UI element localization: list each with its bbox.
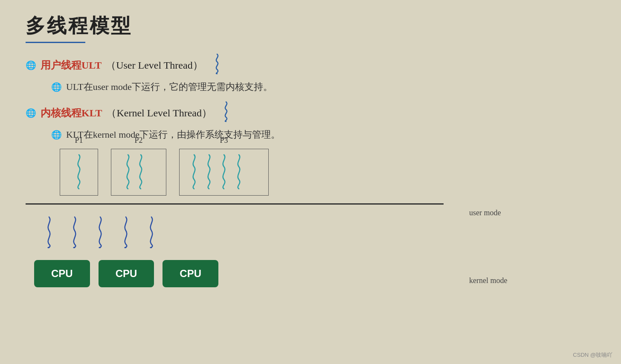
p3-box xyxy=(179,149,269,196)
mode-divider xyxy=(26,203,444,205)
kernel-squiggles xyxy=(38,215,444,249)
process-p2: P2 xyxy=(111,149,166,196)
cpu-row: CPU CPU CPU xyxy=(34,260,444,287)
klt-black-label: （Kernel Level Thread） xyxy=(106,106,212,120)
globe-icon-klt-desc: 🌐 xyxy=(51,130,62,140)
bullet-ult-desc: 🌐 ULT在user mode下运行，它的管理无需内核支持。 xyxy=(51,81,595,93)
klt-red-label: 内核线程KLT xyxy=(41,106,102,120)
bullet-ult: 🌐 用户线程ULT （User Level Thread） xyxy=(26,53,595,77)
diagram-wrapper: P1 P2 xyxy=(26,149,595,289)
kernel-mode-label: kernel mode xyxy=(469,276,507,285)
ult-red-label: 用户线程ULT xyxy=(41,58,102,72)
page-title: 多线程模型 xyxy=(26,13,595,39)
process-p3: P3 xyxy=(179,149,269,196)
page: 多线程模型 🌐 用户线程ULT （User Level Thread） 🌐 UL… xyxy=(0,0,621,364)
klt-desc-text: KLT在kernel mode下运行，由操作系统支持与管理。 xyxy=(66,128,280,141)
user-mode-label: user mode xyxy=(469,208,507,217)
p2-box xyxy=(111,149,166,196)
squiggle-ult xyxy=(211,53,223,77)
cpu-button-2: CPU xyxy=(99,260,154,287)
globe-icon-ult-desc: 🌐 xyxy=(51,82,62,92)
right-labels: user mode kernel mode xyxy=(469,149,507,289)
cpu-button-3: CPU xyxy=(163,260,218,287)
bullet-klt-desc: 🌐 KLT在kernel mode下运行，由操作系统支持与管理。 xyxy=(51,128,595,141)
p3-label: P3 xyxy=(220,136,228,145)
p1-box xyxy=(60,149,98,196)
cpu-button-1: CPU xyxy=(34,260,90,287)
bullet-klt: 🌐 内核线程KLT （Kernel Level Thread） xyxy=(26,101,595,125)
p2-label: P2 xyxy=(134,136,142,145)
diagram-content: P1 P2 xyxy=(26,149,444,287)
squiggle-klt xyxy=(220,101,232,125)
globe-icon-klt: 🌐 xyxy=(26,108,36,118)
title-underline xyxy=(26,42,85,43)
ult-black-label: （User Level Thread） xyxy=(106,58,203,72)
ult-desc-text: ULT在user mode下运行，它的管理无需内核支持。 xyxy=(66,81,273,93)
p1-label: P1 xyxy=(75,136,83,145)
globe-icon-ult: 🌐 xyxy=(26,60,36,70)
process-p1: P1 xyxy=(60,149,98,196)
watermark: CSDN @吱喃吖 xyxy=(573,351,612,359)
